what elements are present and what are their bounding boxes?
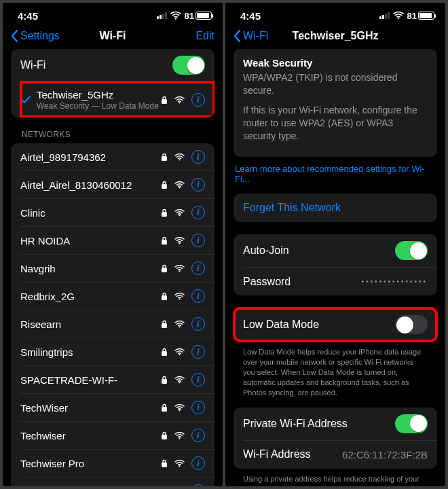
lock-icon — [161, 320, 168, 329]
wifi-signal-icon — [174, 265, 185, 272]
svg-point-18 — [179, 354, 180, 355]
network-name: Techwiser Pro — [20, 458, 161, 469]
info-icon[interactable]: i — [191, 456, 205, 470]
wifi-address-row: Wi-Fi Address 62:C6:11:72:3F:2B — [243, 440, 437, 469]
svg-rect-7 — [162, 212, 167, 217]
network-name: Riseearn — [20, 319, 161, 330]
network-row[interactable]: Techwiser Pro i — [20, 449, 214, 477]
network-row[interactable]: Airtel_Airel_8130460012 i — [20, 170, 214, 198]
nav-bar: Settings Wi-Fi Edit — [3, 24, 223, 49]
info-icon[interactable]: i — [191, 261, 205, 275]
forget-network-button[interactable]: Forget This Network — [234, 194, 437, 222]
wifi-signal-icon — [174, 404, 185, 412]
network-name: HR NOIDA — [20, 235, 161, 247]
edit-button[interactable]: Edit — [195, 30, 214, 42]
chevron-left-icon — [11, 30, 18, 42]
lock-icon — [161, 348, 168, 357]
connected-network-name: Techwiser_5GHz — [37, 89, 161, 101]
security-warning: Weak Security WPA/WPA2 (TKIP) is not con… — [234, 49, 437, 157]
info-icon[interactable]: i — [191, 93, 205, 107]
svg-rect-21 — [162, 407, 167, 412]
cellular-icon — [157, 12, 167, 19]
network-row[interactable]: SPACETRADE-WI-F- i — [20, 365, 214, 393]
network-name: TechWiser — [20, 402, 161, 414]
wifi-signal-icon — [174, 153, 185, 161]
lock-icon — [161, 209, 168, 217]
svg-point-10 — [179, 242, 180, 244]
svg-rect-5 — [162, 184, 167, 189]
info-icon[interactable]: i — [191, 429, 205, 442]
password-row[interactable]: Password ••••••••••••••• — [243, 267, 437, 295]
nav-bar: Wi-Fi Techwiser_5GHz — [225, 24, 445, 49]
network-row[interactable]: Navgrih i — [20, 254, 214, 282]
back-button[interactable]: Wi-Fi — [234, 30, 268, 42]
wifi-status-icon — [170, 12, 181, 20]
lock-icon — [161, 236, 168, 245]
status-time: 4:45 — [240, 10, 261, 22]
svg-point-8 — [179, 215, 180, 216]
wifi-signal-icon — [174, 209, 185, 217]
connected-network-row[interactable]: Techwiser_5GHz Weak Security — Low Data … — [20, 82, 214, 117]
network-row[interactable]: TP-Link_804F i — [20, 477, 214, 486]
network-row[interactable]: Smilingtrips i — [20, 338, 214, 365]
network-row[interactable]: Clinic i — [20, 198, 214, 226]
info-icon[interactable]: i — [191, 373, 205, 386]
chevron-left-icon — [234, 30, 241, 42]
info-icon[interactable]: i — [191, 150, 205, 164]
network-list: Airtel_9891794362 i Airtel_Airel_8130460… — [11, 143, 214, 486]
warning-text-1: WPA/WPA2 (TKIP) is not considered secure… — [243, 71, 428, 97]
network-name: Airtel_Airel_8130460012 — [20, 179, 161, 191]
network-name: Airtel_9891794362 — [20, 151, 161, 163]
wifi-signal-icon — [174, 293, 185, 300]
auto-join-row: Auto-Join — [234, 234, 437, 267]
learn-more-link[interactable]: Learn more about recommended settings fo… — [234, 164, 437, 194]
cellular-icon — [379, 12, 390, 19]
wifi-label: Wi-Fi — [20, 59, 172, 71]
network-name: SPACETRADE-WI-F- — [20, 374, 161, 386]
network-row[interactable]: Riseearn i — [20, 310, 214, 338]
private-wifi-address-row: Private Wi-Fi Address — [234, 408, 437, 440]
status-bar: 4:45 81 — [225, 3, 445, 24]
network-row[interactable]: Techwiser i — [20, 421, 214, 449]
info-icon[interactable]: i — [191, 206, 205, 219]
network-row[interactable]: Airtel_9891794362 i — [11, 143, 214, 170]
lock-icon — [161, 459, 168, 468]
svg-rect-11 — [162, 268, 167, 272]
svg-point-20 — [179, 382, 180, 383]
lock-icon — [161, 403, 168, 412]
wifi-signal-icon — [174, 237, 185, 244]
info-icon[interactable]: i — [191, 484, 205, 486]
svg-point-16 — [179, 326, 180, 327]
low-data-mode-row: Low Data Mode — [234, 308, 437, 342]
network-name: TP-Link_804F — [20, 486, 161, 487]
svg-point-6 — [179, 187, 180, 188]
wifi-signal-icon — [174, 432, 185, 439]
svg-rect-25 — [162, 463, 167, 467]
info-icon[interactable]: i — [191, 401, 205, 414]
network-name: Navgrih — [20, 263, 161, 274]
svg-rect-3 — [162, 156, 167, 161]
wifi-signal-icon — [174, 376, 185, 384]
info-icon[interactable]: i — [191, 317, 205, 331]
info-icon[interactable]: i — [191, 234, 205, 247]
svg-rect-15 — [162, 323, 167, 328]
low-data-mode-toggle[interactable] — [395, 315, 428, 334]
battery-icon: 81 — [407, 11, 434, 21]
auto-join-toggle[interactable] — [395, 241, 428, 260]
wifi-status-icon — [393, 12, 404, 20]
status-bar: 4:45 81 — [3, 3, 223, 24]
network-row[interactable]: Redbrix_2G i — [20, 282, 214, 310]
svg-rect-23 — [162, 435, 167, 439]
back-button[interactable]: Settings — [11, 30, 60, 42]
network-row[interactable]: TechWiser i — [20, 393, 214, 421]
svg-point-4 — [179, 159, 180, 160]
svg-rect-19 — [162, 379, 167, 384]
svg-rect-17 — [162, 351, 167, 356]
private-wifi-toggle[interactable] — [395, 414, 428, 433]
info-icon[interactable]: i — [191, 345, 205, 359]
info-icon[interactable]: i — [191, 289, 205, 303]
info-icon[interactable]: i — [191, 178, 205, 192]
network-row[interactable]: HR NOIDA i — [20, 226, 214, 254]
wifi-toggle[interactable] — [172, 56, 205, 75]
network-name: Smilingtrips — [20, 346, 161, 358]
